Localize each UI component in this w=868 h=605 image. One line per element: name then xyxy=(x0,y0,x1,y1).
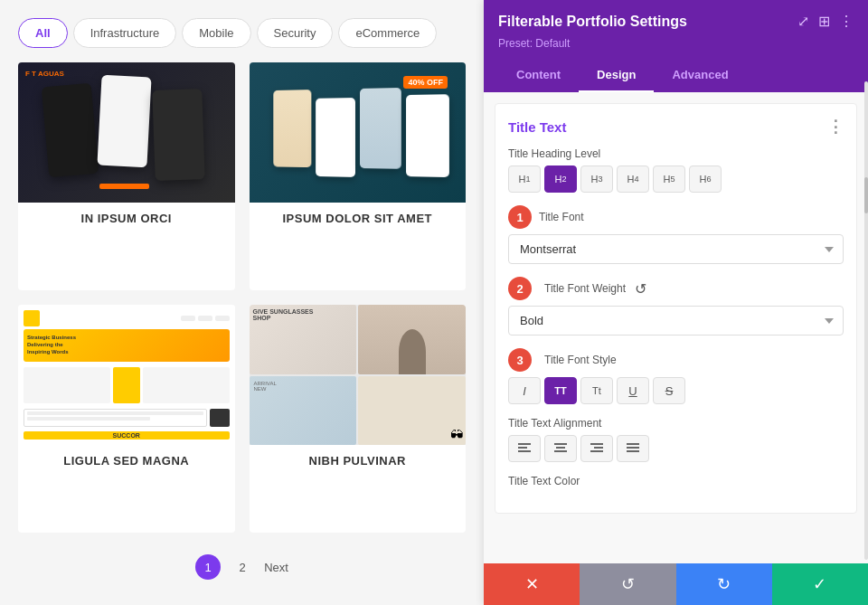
reset-button[interactable]: ↺ xyxy=(580,563,675,605)
panel-tabs: Content Design Advanced xyxy=(498,59,854,92)
font-weight-reset-icon[interactable]: ↺ xyxy=(635,280,646,298)
thumb-1: F T AGUAS xyxy=(18,62,235,203)
tab-design[interactable]: Design xyxy=(579,59,654,92)
font-weight-label: Title Font Weight xyxy=(544,282,626,295)
step-2-circle: 2 xyxy=(508,277,532,300)
filter-tab-ecommerce[interactable]: eCommerce xyxy=(338,18,437,48)
page-next-button[interactable]: Next xyxy=(264,561,288,574)
portfolio-item-2[interactable]: 40% OFF IPSUM DOLOR SIT AMET xyxy=(250,62,467,290)
thumb-3: Strategic BusinessDelivering theInspirin… xyxy=(18,305,235,445)
scroll-thumb xyxy=(864,177,868,213)
filter-tab-mobile[interactable]: Mobile xyxy=(182,18,250,48)
title-font-group: 1 Title Font Montserrat Open Sans Roboto… xyxy=(508,205,844,264)
columns-icon[interactable]: ⊞ xyxy=(818,13,830,30)
align-right-button[interactable] xyxy=(580,435,613,462)
alignment-label: Title Text Alignment xyxy=(508,417,844,430)
filter-tab-security[interactable]: Security xyxy=(257,18,334,48)
font-label: Title Font xyxy=(539,211,584,223)
preset-label[interactable]: Preset: Default xyxy=(498,37,854,50)
pagination: 1 2 Next xyxy=(18,547,466,587)
svg-rect-4 xyxy=(556,447,565,449)
portfolio-title-3: LIGULA SED MAGNA xyxy=(18,445,235,478)
text-alignment-group: Title Text Alignment xyxy=(508,417,844,462)
more-icon[interactable]: ⋮ xyxy=(839,13,854,30)
align-justify-button[interactable] xyxy=(617,435,649,462)
filter-tab-infrastructure[interactable]: Infrastructure xyxy=(73,18,177,48)
left-panel: All Infrastructure Mobile Security eComm… xyxy=(0,0,484,605)
portfolio-title-1: IN IPSUM ORCI xyxy=(18,203,235,236)
portfolio-grid: F T AGUAS IN IPSUM ORCI 40% OFF xyxy=(18,62,466,533)
svg-rect-7 xyxy=(594,447,603,449)
scrollbar[interactable] xyxy=(864,81,868,560)
page-1-button[interactable]: 1 xyxy=(195,554,221,580)
filter-tabs: All Infrastructure Mobile Security eComm… xyxy=(18,18,466,48)
svg-rect-5 xyxy=(554,450,567,452)
svg-rect-11 xyxy=(627,450,639,452)
heading-h1-button[interactable]: H1 xyxy=(508,165,541,193)
font-style-label: Title Font Style xyxy=(544,354,617,366)
svg-rect-3 xyxy=(554,443,567,445)
tab-content[interactable]: Content xyxy=(498,59,579,92)
redo-button[interactable]: ↻ xyxy=(676,563,772,605)
portfolio-title-2: IPSUM DOLOR SIT AMET xyxy=(250,203,467,236)
panel-icons: ⤢ ⊞ ⋮ xyxy=(797,13,854,30)
title-font-style-group: 3 Title Font Style I TT Tt U S xyxy=(508,348,844,404)
heading-h4-button[interactable]: H4 xyxy=(617,165,649,193)
color-label: Title Text Color xyxy=(508,475,844,487)
thumb-2: 40% OFF xyxy=(250,62,467,203)
portfolio-item-1[interactable]: F T AGUAS IN IPSUM ORCI xyxy=(18,62,235,290)
style-capitalize-button[interactable]: Tt xyxy=(580,377,613,404)
filter-tab-all[interactable]: All xyxy=(18,18,68,48)
font-weight-select[interactable]: Bold Normal Light Extra Bold xyxy=(508,306,844,336)
svg-rect-9 xyxy=(627,443,639,445)
title-font-weight-group: 2 Title Font Weight ↺ Bold Normal Light … xyxy=(508,277,844,336)
heading-h2-button[interactable]: H2 xyxy=(544,165,577,193)
title-text-section: Title Text ⋮ Title Heading Level H1 H2 H… xyxy=(495,103,857,514)
svg-rect-1 xyxy=(518,447,527,449)
text-color-group: Title Text Color xyxy=(508,475,844,487)
right-panel: Filterable Portfolio Settings ⤢ ⊞ ⋮ Pres… xyxy=(484,0,868,605)
portfolio-title-4: NIBH PULVINAR xyxy=(250,445,467,478)
font-select[interactable]: Montserrat Open Sans Roboto Lato xyxy=(508,234,844,264)
svg-rect-2 xyxy=(518,450,531,452)
thumb-4: GIVE SUNGLASSESSHOP ARRIVALNEW 🕶 xyxy=(250,305,467,445)
style-underline-button[interactable]: U xyxy=(617,377,649,404)
style-strikethrough-button[interactable]: S xyxy=(653,377,685,404)
svg-rect-6 xyxy=(590,443,603,445)
svg-rect-10 xyxy=(627,447,639,449)
step-3-circle: 3 xyxy=(508,348,532,372)
portfolio-item-4[interactable]: GIVE SUNGLASSESSHOP ARRIVALNEW 🕶 NIBH PU… xyxy=(250,305,467,533)
cancel-button[interactable]: ✕ xyxy=(484,563,580,605)
bottom-toolbar: ✕ ↺ ↻ ✓ xyxy=(484,563,868,605)
svg-rect-0 xyxy=(518,443,531,445)
heading-level-label: Title Heading Level xyxy=(508,147,844,160)
panel-body: Title Text ⋮ Title Heading Level H1 H2 H… xyxy=(484,92,868,605)
style-uppercase-button[interactable]: TT xyxy=(544,377,577,404)
style-italic-button[interactable]: I xyxy=(508,377,541,404)
save-button[interactable]: ✓ xyxy=(772,563,868,605)
align-left-button[interactable] xyxy=(508,435,541,462)
section-title-text: Title Text xyxy=(508,119,566,135)
page-2-button[interactable]: 2 xyxy=(230,554,255,580)
portfolio-item-3[interactable]: Strategic BusinessDelivering theInspirin… xyxy=(18,305,235,533)
align-center-button[interactable] xyxy=(544,435,577,462)
heading-h6-button[interactable]: H6 xyxy=(689,165,722,193)
heading-h5-button[interactable]: H5 xyxy=(653,165,685,193)
step-1-circle: 1 xyxy=(508,205,532,229)
heading-buttons: H1 H2 H3 H4 H5 H6 xyxy=(508,165,844,193)
panel-header: Filterable Portfolio Settings ⤢ ⊞ ⋮ Pres… xyxy=(484,0,868,92)
heading-level-group: Title Heading Level H1 H2 H3 H4 H5 H6 xyxy=(508,147,844,193)
expand-icon[interactable]: ⤢ xyxy=(797,13,809,30)
tab-advanced[interactable]: Advanced xyxy=(654,59,746,92)
heading-h3-button[interactable]: H3 xyxy=(580,165,613,193)
panel-title: Filterable Portfolio Settings xyxy=(498,14,687,30)
svg-rect-8 xyxy=(590,450,603,452)
section-title: Title Text ⋮ xyxy=(508,117,844,137)
section-options-icon[interactable]: ⋮ xyxy=(827,117,844,137)
alignment-buttons xyxy=(508,435,844,462)
